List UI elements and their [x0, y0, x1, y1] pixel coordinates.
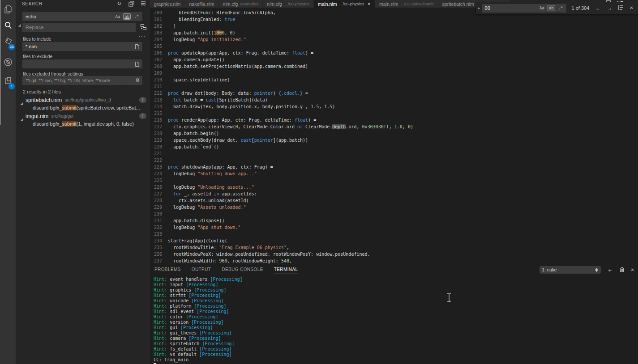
- editor-tab[interactable]: nakefile.nim: [185, 0, 219, 8]
- search-result-file[interactable]: spritebatch.nimsrc/frag/graphics/two_d1: [16, 96, 150, 104]
- line-number: 223: [150, 164, 162, 170]
- collapse-all-icon[interactable]: [128, 0, 134, 7]
- expand-twistie-icon[interactable]: [20, 115, 23, 123]
- search-sidebar: SEARCH ↻ echo Aaab.* Replace: [16, 0, 150, 364]
- processing-status: [Processing]: [178, 325, 213, 330]
- replace-input[interactable]: Replace: [22, 23, 136, 32]
- code-text: app.camera.update(): [168, 56, 224, 63]
- hint-prefix: Hint:: [154, 325, 170, 330]
- tab-label: nim.cfg: [223, 1, 238, 7]
- search-input[interactable]: echo Aaab.*: [22, 12, 142, 21]
- panel-tab-output[interactable]: OUTPUT: [192, 267, 211, 274]
- search-match-line[interactable]: discard bgfx_submit(1, imgui.dev.sph, 0,…: [16, 120, 150, 128]
- module-name: fs_default: [170, 347, 197, 351]
- sidebar-item-debug[interactable]: [0, 55, 16, 70]
- new-terminal-icon[interactable]: ＋: [607, 267, 613, 273]
- panel-tab-problems[interactable]: PROBLEMS: [154, 267, 181, 274]
- find-input[interactable]: 00 Aaab.*: [482, 4, 566, 13]
- code-text: space.step(deltaTime): [168, 76, 230, 83]
- find-match-case-icon[interactable]: Aa: [538, 5, 546, 11]
- find-expand-chevron-icon[interactable]: ▸: [478, 6, 480, 10]
- processing-status: [Processing]: [188, 320, 223, 325]
- clear-search-results-icon[interactable]: [140, 0, 146, 7]
- token: blendDstFunc: BlendFunc.InvSrcAlpha,: [168, 10, 276, 15]
- sidebar-item-extensions[interactable]: 1: [0, 73, 16, 89]
- code-line: 226 logDebug "Unloading assets...": [150, 184, 638, 190]
- code-line: 202 ): [150, 23, 638, 30]
- search-match-case-icon[interactable]: Aa: [114, 13, 121, 20]
- processing-status: [Processing]: [197, 347, 231, 351]
- close-panel-icon[interactable]: ✕: [631, 268, 634, 272]
- open-editors-page-icon[interactable]: [134, 61, 140, 68]
- editor-tab[interactable]: spritebatch.nim: [438, 0, 479, 8]
- toggle-replace-twistie[interactable]: [18, 21, 21, 29]
- code-text: space.eachBody(draw_dot, cast[pointer](a…: [168, 137, 308, 144]
- token: rootWindowPosX: window.posUndefined, roo…: [168, 252, 370, 257]
- tab-close-icon[interactable]: ✕: [367, 2, 371, 6]
- code-text: rootWindowWidth: 960, rootWindowHeight: …: [168, 258, 292, 264]
- sidebar-item-source-control[interactable]: 23: [0, 34, 16, 49]
- editor-tab[interactable]: nim.cfgexamples: [219, 0, 263, 8]
- search-match-line[interactable]: discard bgfx_submit(spriteBatch.view, sp…: [16, 104, 150, 112]
- line-number: 218: [150, 130, 162, 137]
- processing-status: [Processing]: [183, 282, 218, 287]
- sidebar-item-search[interactable]: [0, 18, 16, 33]
- kill-terminal-icon[interactable]: [619, 267, 625, 273]
- editor-tab[interactable]: nim.cfg.../06-physics: [263, 0, 314, 8]
- token: ,: [389, 124, 394, 129]
- search-regex-icon[interactable]: .*: [133, 13, 140, 20]
- token: 0x303030ff: [362, 124, 389, 129]
- search-results-list: spritebatch.nimsrc/frag/graphics/two_d1d…: [16, 96, 150, 128]
- terminal-line: Hint: platform [Processing]: [154, 304, 638, 309]
- find-regex-icon[interactable]: .*: [557, 5, 565, 11]
- line-number: 237: [150, 258, 162, 264]
- code-line: 218 app.batch.begin(): [150, 130, 638, 137]
- code-line: 210 space.step(deltaTime): [150, 76, 638, 83]
- find-next-icon[interactable]: →: [607, 5, 612, 11]
- open-editors-page-icon[interactable]: [134, 44, 140, 51]
- find-in-selection-icon[interactable]: [618, 5, 624, 11]
- sidebar-item-explorer[interactable]: [0, 2, 16, 17]
- processing-status: [Processing]: [194, 309, 229, 314]
- find-close-icon[interactable]: ✕: [629, 6, 633, 10]
- token: true: [224, 17, 235, 22]
- files-to-exclude-input[interactable]: [22, 59, 142, 68]
- files-to-include-input[interactable]: *.nim: [22, 42, 142, 51]
- terminal-output[interactable]: Hint: event_handlers [Processing]Hint: i…: [154, 277, 638, 364]
- line-number: 201: [150, 16, 162, 23]
- search-whole-word-icon[interactable]: ab: [123, 13, 131, 20]
- code-line: 213 let batch = cast[SpriteBatch](data): [150, 97, 638, 103]
- code-editor[interactable]: 200 blendDstFunc: BlendFunc.InvSrcAlpha,…: [150, 8, 638, 264]
- code-line: 214 batch.draw(tex, body.position.x, bod…: [150, 103, 638, 110]
- code-text: blendingEnabled: true: [168, 16, 236, 23]
- find-whole-word-icon[interactable]: ab: [548, 5, 555, 11]
- editor-tab[interactable]: graphics.nim: [150, 0, 185, 8]
- refresh-icon[interactable]: ↻: [116, 0, 122, 7]
- sidebar-title: SEARCH: [22, 1, 42, 6]
- replace-all-icon[interactable]: [140, 24, 147, 32]
- expand-twistie-icon[interactable]: [20, 99, 23, 107]
- code-line: 205: [150, 43, 638, 50]
- tab-label: main.nim: [379, 1, 398, 7]
- editor-tab[interactable]: main.nim.../06-physics✕: [314, 0, 375, 8]
- toggle-search-details-icon[interactable]: ···: [139, 33, 146, 39]
- panel-tab-debug-console[interactable]: DEBUG CONSOLE: [222, 267, 263, 274]
- panel-tab-terminal[interactable]: TERMINAL: [274, 267, 298, 274]
- token: logDebug: [168, 171, 197, 176]
- files-excluded-settings-input: **/.git, **/.svn, **/.hg, **/.DS_Store, …: [22, 76, 142, 85]
- find-previous-icon[interactable]: ←: [595, 5, 601, 11]
- token: updateApp(app:App, ctx: Frag, deltaTime:: [179, 51, 292, 55]
- hint-prefix: Hint:: [154, 293, 170, 298]
- tab-dir: examples: [240, 1, 258, 6]
- terminal-select[interactable]: 1: nake: [540, 266, 601, 274]
- editor-tab[interactable]: main.nim.../01-sprite-batch: [375, 0, 438, 8]
- search-result-file[interactable]: imgui.nimsrc/frag/gui1: [16, 112, 150, 120]
- token: app.assetIds:: [219, 191, 257, 196]
- token: logDebug: [168, 205, 197, 210]
- token: rootWindowTitle:: [168, 245, 219, 250]
- match-before: discard bgfx_: [33, 105, 62, 110]
- token: app.batch.`end`(): [168, 144, 219, 149]
- code-line: 215: [150, 110, 638, 117]
- gear-icon[interactable]: ⚙: [135, 77, 140, 83]
- terminal-line: Hint: strfmt [Processing]: [154, 293, 638, 298]
